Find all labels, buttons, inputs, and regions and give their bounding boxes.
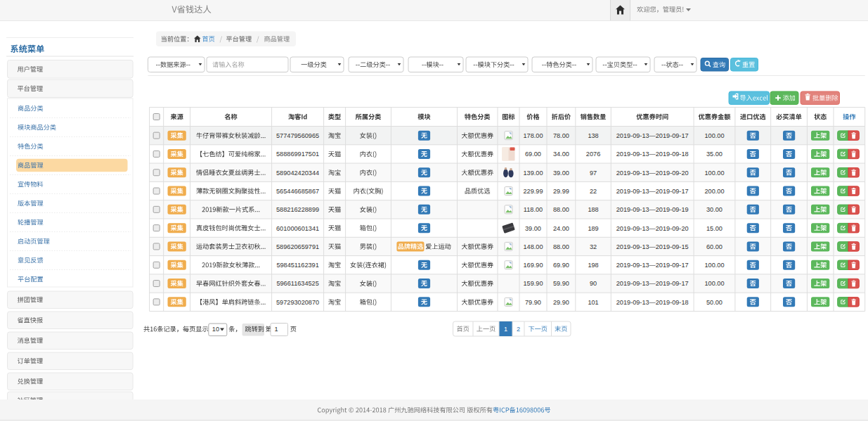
svg-text:229.99: 229.99 <box>523 188 543 195</box>
svg-text:69.90: 69.90 <box>553 262 569 269</box>
svg-text:588869917501: 588869917501 <box>276 151 319 158</box>
svg-text:29.90: 29.90 <box>553 299 569 306</box>
svg-text:34.00: 34.00 <box>553 151 569 158</box>
svg-text:35.00: 35.00 <box>706 151 723 158</box>
svg-text:597293020870: 597293020870 <box>276 299 319 306</box>
svg-text:39.00: 39.00 <box>553 170 569 177</box>
svg-text:2019-09-13—2019-09-20: 2019-09-13—2019-09-20 <box>616 225 689 232</box>
svg-text:90: 90 <box>590 280 597 287</box>
svg-text:169.90: 169.90 <box>523 262 543 269</box>
svg-text:101: 101 <box>588 299 598 306</box>
svg-text:2019-09-13—2019-09-17: 2019-09-13—2019-09-17 <box>616 132 689 139</box>
svg-text:2019-09-13—2019-09-17: 2019-09-13—2019-09-17 <box>616 262 689 269</box>
svg-text:148.00: 148.00 <box>523 243 543 250</box>
svg-text:601000601341: 601000601341 <box>276 225 319 232</box>
svg-text:200.00: 200.00 <box>704 188 724 195</box>
svg-text:15.00: 15.00 <box>706 225 723 232</box>
svg-text:577479560965: 577479560965 <box>276 132 319 139</box>
svg-text:100.00: 100.00 <box>704 132 724 139</box>
svg-text:32: 32 <box>590 243 597 250</box>
svg-text:50.00: 50.00 <box>706 299 723 306</box>
svg-text:596611634525: 596611634525 <box>276 280 318 287</box>
svg-text:100.00: 100.00 <box>704 262 724 269</box>
svg-text:88.00: 88.00 <box>553 243 569 250</box>
svg-text:565446685867: 565446685867 <box>276 188 319 195</box>
svg-text:2019-09-13—2019-09-15: 2019-09-13—2019-09-15 <box>616 243 689 250</box>
svg-text:589620659791: 589620659791 <box>276 243 319 250</box>
svg-text:139.00: 139.00 <box>523 170 543 177</box>
svg-text:60.00: 60.00 <box>706 243 723 250</box>
svg-text:88.00: 88.00 <box>553 206 569 213</box>
svg-text:2019-09-13—2019-09-18: 2019-09-13—2019-09-18 <box>616 299 689 306</box>
svg-text:2019-09-13—2019-09-19: 2019-09-13—2019-09-19 <box>616 206 689 213</box>
svg-text:24.00: 24.00 <box>553 225 569 232</box>
svg-text:100.00: 100.00 <box>704 170 724 177</box>
svg-text:100.00: 100.00 <box>704 280 724 287</box>
svg-text:97: 97 <box>590 170 597 177</box>
svg-text:138: 138 <box>588 132 598 139</box>
svg-text:1: 1 <box>504 326 507 333</box>
svg-text:30.00: 30.00 <box>706 206 723 213</box>
svg-text:78.00: 78.00 <box>553 132 569 139</box>
svg-text:598451162391: 598451162391 <box>276 262 318 269</box>
svg-text:2076: 2076 <box>586 151 600 158</box>
svg-text:59.90: 59.90 <box>553 280 569 287</box>
svg-text:588216228899: 588216228899 <box>276 206 319 213</box>
svg-text:29.99: 29.99 <box>553 188 569 195</box>
svg-text:22: 22 <box>590 188 597 195</box>
svg-text:159.90: 159.90 <box>523 280 543 287</box>
svg-text:39.00: 39.00 <box>525 225 541 232</box>
svg-text:589042420344: 589042420344 <box>276 170 319 177</box>
svg-text:118.00: 118.00 <box>524 206 543 213</box>
svg-text:79.90: 79.90 <box>525 299 541 306</box>
svg-text:2019-09-13—2019-09-18: 2019-09-13—2019-09-18 <box>616 151 689 158</box>
svg-text:189: 189 <box>588 225 598 232</box>
svg-text:198: 198 <box>588 262 598 269</box>
svg-text:2019-09-13—2019-09-20: 2019-09-13—2019-09-20 <box>616 170 689 177</box>
svg-text:10: 10 <box>212 326 219 333</box>
svg-text:188: 188 <box>588 206 598 213</box>
svg-text:2019-09-13—2019-09-17: 2019-09-13—2019-09-17 <box>616 188 689 195</box>
svg-text:1: 1 <box>275 326 278 333</box>
svg-text:69.00: 69.00 <box>525 151 541 158</box>
svg-text:178.00: 178.00 <box>523 132 543 139</box>
svg-text:2: 2 <box>517 326 520 333</box>
svg-text:2019-09-13—2019-09-17: 2019-09-13—2019-09-17 <box>616 280 689 287</box>
